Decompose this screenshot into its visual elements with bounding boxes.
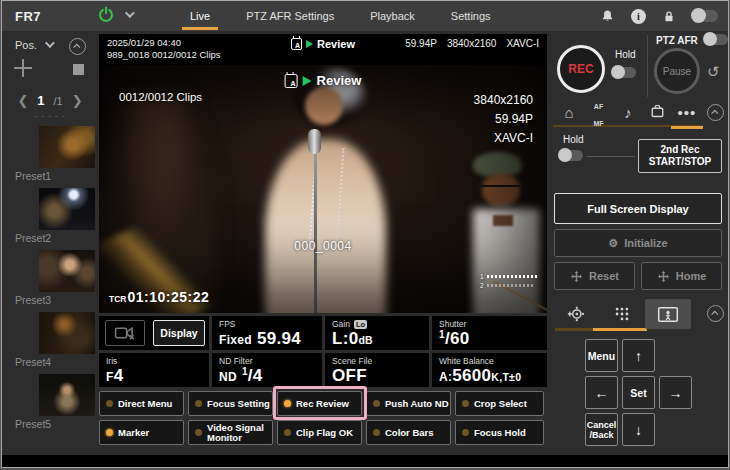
right-arrow-icon: → (669, 385, 683, 401)
down-arrow-button[interactable]: ↓ (622, 413, 655, 446)
delete-preset-icon[interactable] (73, 64, 84, 75)
framing-mode-icon[interactable] (645, 299, 691, 329)
preset4-thumbnail[interactable] (39, 312, 95, 354)
ptz-afr-toggle[interactable] (704, 34, 728, 45)
direct-menu-button[interactable]: Direct Menu (99, 391, 184, 416)
lock-icon[interactable] (662, 9, 676, 24)
clip-flag-ok-button[interactable]: Clip Flag OK (277, 420, 362, 445)
tab-playback[interactable]: Playback (352, 1, 433, 31)
second-rec-start-stop-button[interactable]: 2nd Rec START/STOP (638, 139, 722, 173)
status-dot (195, 429, 202, 436)
preset-label: Preset2 (15, 232, 51, 244)
left-arrow-button[interactable]: ← (585, 376, 618, 409)
focus-hold-button[interactable]: Focus Hold (455, 420, 544, 445)
up-arrow-icon: ↑ (635, 348, 642, 364)
main-tabs: Live PTZ AFR Settings Playback Settings (172, 1, 509, 31)
color-bars-button[interactable]: Color Bars (366, 420, 451, 445)
second-rec-hold-toggle[interactable] (559, 150, 583, 161)
overlay-fps: 59.94P (474, 110, 533, 129)
power-icon[interactable] (97, 5, 115, 23)
reset-button[interactable]: Reset (554, 262, 635, 290)
nd-filter-setting[interactable]: ND Filter ND 1/4 (212, 353, 322, 387)
initialize-button[interactable]: ⚙ Initialize (554, 229, 722, 257)
left-arrow-icon: ← (595, 385, 609, 401)
display-button[interactable]: Display (153, 320, 205, 346)
preset-label: Preset3 (15, 294, 51, 306)
status-dot (373, 429, 380, 436)
power-menu-chevron-icon[interactable] (125, 8, 135, 18)
restart-icon[interactable]: ↺ (707, 63, 720, 81)
gear-icon: ⚙ (608, 237, 618, 250)
video-signal-monitor-button[interactable]: Video Signal Monitor (188, 420, 273, 445)
more-tab-icon[interactable]: ••• (675, 104, 699, 121)
fps-setting[interactable]: FPS Fixed 59.94 (212, 316, 322, 350)
play-icon (306, 40, 313, 48)
video-mute-button[interactable] (105, 320, 145, 346)
rec-hold-label: Hold (615, 49, 636, 60)
scene-file-setting[interactable]: Scene File OFF (325, 353, 429, 387)
home-tab-icon[interactable]: ⌂ (557, 104, 581, 121)
pager-dots: - - - - - (2, 111, 98, 120)
audio-ch2-label: 2 (480, 282, 484, 289)
audio-tab-icon[interactable]: ♪ (616, 104, 640, 121)
cancel-back-button[interactable]: Cancel/Back (585, 413, 618, 446)
position-dropdown-chevron-icon[interactable] (45, 38, 55, 48)
video-monitor[interactable]: 0012/0012 Clips Review 3840x2160 59.94P … (99, 65, 547, 313)
joystick-mode-icon[interactable] (553, 299, 599, 329)
status-dot (462, 400, 469, 407)
sidebar-collapse-icon[interactable] (69, 38, 86, 55)
pager-total-pages: /1 (54, 95, 63, 107)
full-screen-display-button[interactable]: Full Screen Display (554, 193, 722, 224)
status-dot (284, 400, 291, 407)
crop-select-button[interactable]: Crop Select (455, 391, 544, 416)
add-preset-icon[interactable] (14, 59, 32, 77)
rec-button[interactable]: REC (557, 45, 605, 93)
up-arrow-button[interactable]: ↑ (622, 339, 655, 372)
preset-pager: ❮ 1 /1 ❯ - - - - - (2, 93, 98, 120)
shutter-setting[interactable]: Shutter 1/60 (432, 316, 547, 350)
af-mf-tab-icon[interactable]: AFMF (587, 95, 611, 129)
marker-button[interactable]: Marker (99, 420, 184, 445)
status-dot (106, 429, 113, 436)
pager-prev-icon[interactable]: ❮ (17, 93, 28, 108)
pause-button[interactable]: Pause (654, 48, 700, 94)
preset1-thumbnail[interactable] (39, 126, 95, 168)
push-auto-nd-button[interactable]: Push Auto ND (366, 391, 451, 416)
app-window: FR7 Live PTZ AFR Settings Playback Setti… (1, 0, 729, 468)
tab-ptz-afr-settings[interactable]: PTZ AFR Settings (228, 1, 352, 31)
iris-setting[interactable]: Iris F4 (99, 353, 209, 387)
pager-next-icon[interactable]: ❯ (72, 93, 83, 108)
play-icon (303, 76, 312, 86)
preset3-thumbnail[interactable] (39, 250, 95, 292)
tab-settings[interactable]: Settings (433, 1, 509, 31)
control-mode-tabs (553, 299, 703, 329)
info-icon[interactable] (631, 9, 646, 24)
video-header: 2025/01/29 04:40 989_0018 0012/0012 Clip… (99, 34, 547, 65)
header-clip-info: 989_0018 0012/0012 Clips (107, 49, 221, 61)
overlay-clip-name: 000_0004 (294, 239, 351, 253)
home-position-button[interactable]: Home (641, 262, 722, 290)
review-marker-icon (285, 74, 298, 88)
rec-review-button[interactable]: Rec Review (277, 391, 362, 416)
timecode-value: 01:10:25:22 (127, 289, 209, 305)
dpad-collapse-icon[interactable] (707, 305, 724, 322)
right-arrow-button[interactable]: → (659, 376, 692, 409)
top-bar: FR7 Live PTZ AFR Settings Playback Setti… (2, 1, 728, 31)
header-review-label: Review (317, 38, 355, 50)
focus-setting-button[interactable]: Focus Setting (188, 391, 273, 416)
white-balance-setting[interactable]: White Balance A:5600K,T±0 (432, 353, 547, 387)
set-button[interactable]: Set (622, 376, 655, 409)
media-tab-icon[interactable] (646, 105, 670, 119)
preset2-thumbnail[interactable] (39, 188, 95, 230)
overlay-clip-count: 0012/0012 Clips (119, 91, 202, 103)
preset5-thumbnail[interactable] (39, 374, 95, 416)
notification-bell-icon[interactable] (600, 8, 615, 24)
rec-hold-toggle[interactable] (612, 67, 636, 78)
menu-button[interactable]: Menu (585, 339, 618, 372)
tab-live[interactable]: Live (172, 1, 228, 31)
camera-settings-bar: Display FPS Fixed 59.94 GainLo L:0dB Shu… (99, 316, 547, 387)
lock-toggle[interactable] (692, 10, 718, 22)
keypad-mode-icon[interactable] (599, 299, 645, 329)
panel-collapse-icon[interactable] (707, 104, 724, 121)
gain-setting[interactable]: GainLo L:0dB (325, 316, 429, 350)
